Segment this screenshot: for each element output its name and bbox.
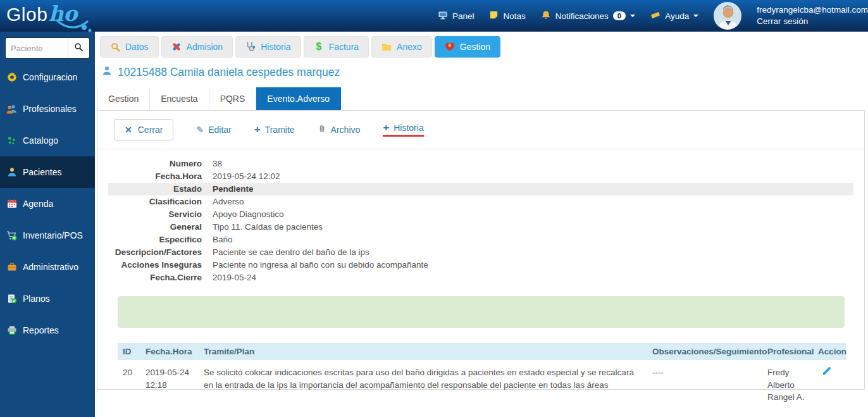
sidebar-item-label: Configuracion [23, 72, 77, 82]
subtab-gestion[interactable]: Gestion [97, 87, 150, 110]
user-avatar[interactable] [714, 2, 741, 30]
subtab-encuesta[interactable]: Encuesta [150, 87, 209, 110]
navbar-menu: Panel Notas Notificaciones 0 Ayuda fredy… [438, 0, 868, 32]
app-logo[interactable]: Glob ho [6, 1, 77, 26]
evento-adverso-panel: ✕ Cerrar ✎ Editar + Tramite Archivo + Hi… [97, 110, 865, 390]
cell-fecha-hora: 2019-05-24 12:18 [140, 360, 199, 410]
detail-label: Descripcion/Factores [108, 246, 213, 259]
nav-item-panel[interactable]: Panel [438, 10, 474, 22]
sidebar-item-agenda[interactable]: Agenda [0, 188, 95, 220]
module-tabs: Datos Admision Historia $ Factura Anexo … [95, 32, 868, 58]
edit-row-button[interactable] [822, 366, 831, 380]
detail-label: Servicio [108, 208, 213, 221]
tab-admision[interactable]: Admision [161, 36, 233, 58]
sidebar-item-label: Agenda [23, 199, 53, 209]
tab-label: Historia [261, 42, 290, 52]
sidebar-item-label: Reportes [23, 325, 59, 335]
sidebar-item-administrativo[interactable]: Administrativo [0, 251, 95, 283]
search-icon [110, 42, 120, 52]
document-check-icon [6, 294, 17, 304]
logo-text: Glob [6, 4, 47, 25]
detail-label: Especifico [108, 233, 213, 246]
people-icon [6, 104, 17, 115]
column-header-id: ID [118, 343, 140, 360]
close-icon: ✕ [125, 125, 132, 135]
search-button[interactable] [68, 38, 89, 58]
detail-row: Numero 38 [108, 158, 853, 170]
person-icon [102, 66, 112, 79]
detail-value: 38 [213, 158, 222, 170]
detail-value: 2019-05-24 [213, 271, 256, 284]
nav-item-ayuda[interactable]: Ayuda [650, 10, 698, 22]
nav-item-notificaciones[interactable]: Notificaciones 0 [541, 10, 635, 22]
detail-label: Numero [108, 158, 213, 170]
subtab-evento-adverso[interactable]: Evento.Adverso [256, 87, 341, 110]
tramite-link[interactable]: + Tramite [254, 125, 295, 135]
sidebar-item-label: Catalogo [23, 135, 58, 146]
archivo-link[interactable]: Archivo [318, 124, 361, 135]
detail-label: Clasificacion [108, 196, 213, 208]
patient-title-text: 10215488 Camila daniela cespedes marquez [118, 66, 340, 79]
folder-icon [381, 42, 392, 52]
chevron-down-icon [630, 15, 635, 17]
tab-label: Factura [329, 42, 359, 52]
nav-item-notas[interactable]: Notas [489, 10, 525, 22]
sidebar-item-label: Profesionales [23, 104, 77, 114]
success-alert [118, 296, 845, 328]
note-icon [489, 10, 499, 22]
sidebar-item-reportes[interactable]: Reportes [0, 314, 95, 346]
notification-bell-icon [541, 10, 551, 22]
detail-row: Descripcion/Factores Paciente se cae den… [108, 246, 853, 259]
cerrar-button[interactable]: ✕ Cerrar [114, 119, 173, 140]
main-content: Datos Admision Historia $ Factura Anexo … [95, 32, 868, 417]
sidebar: Configuracion Profesionales Catalogo Pac… [0, 32, 95, 417]
historia-link[interactable]: + Historia [383, 123, 423, 137]
tab-gestion[interactable]: Gestion [435, 36, 500, 58]
gestion-subtabs: Gestion Encuesta PQRS Evento.Adverso [97, 87, 868, 110]
nav-label: Notas [503, 11, 525, 21]
tab-label: Anexo [397, 42, 422, 52]
tab-label: Gestion [460, 42, 490, 52]
nav-label: Ayuda [665, 11, 689, 21]
detail-label: Acciones Inseguras [108, 259, 213, 271]
user-email: fredyrangelcba@hotmail.com [757, 4, 868, 16]
sidebar-item-label: Pacientes [23, 167, 61, 177]
sidebar-item-planos[interactable]: Planos [0, 283, 95, 314]
tab-datos[interactable]: Datos [100, 36, 159, 58]
sidebar-item-inventario-pos[interactable]: Inventario/POS [0, 220, 95, 251]
editar-link[interactable]: ✎ Editar [196, 125, 231, 135]
action-bar: ✕ Cerrar ✎ Editar + Tramite Archivo + Hi… [97, 111, 864, 149]
action-label: Cerrar [138, 125, 163, 135]
sidebar-item-profesionales[interactable]: Profesionales [0, 93, 95, 125]
logo-swoosh-icon [56, 18, 95, 35]
tab-label: Datos [125, 42, 149, 52]
table-header-row: ID Fecha.Hora Tramite/Plan Observaciones… [118, 343, 846, 360]
gear-icon [6, 72, 17, 83]
detail-value: 2019-05-24 12:02 [213, 170, 280, 183]
detail-value: Apoyo Diagnostico [213, 208, 284, 221]
detail-row: General Tipo 11. Caídas de pacientes [108, 221, 853, 233]
detail-value: Adverso [213, 196, 244, 208]
logout-link[interactable]: Cerrar sesión [757, 16, 868, 27]
event-details: Numero 38 Fecha.Hora 2019-05-24 12:02 Es… [97, 158, 864, 284]
sidebar-item-configuracion[interactable]: Configuracion [0, 61, 95, 93]
briefcase-icon [6, 262, 17, 273]
detail-value: Paciente se cae dentro del baño de la ip… [213, 246, 369, 259]
tab-factura[interactable]: $ Factura [304, 36, 369, 58]
heart-badge-icon [445, 42, 455, 52]
patient-search-input[interactable] [6, 38, 68, 58]
subtab-pqrs[interactable]: PQRS [209, 87, 257, 110]
tab-label: Admision [187, 42, 223, 52]
detail-value: Paciente no ingresa al baño con su debid… [213, 259, 428, 271]
ticket-icon [650, 10, 660, 22]
tab-anexo[interactable]: Anexo [371, 36, 432, 58]
history-table: ID Fecha.Hora Tramite/Plan Observaciones… [118, 343, 846, 410]
detail-row: Clasificacion Adverso [108, 196, 853, 208]
sidebar-item-pacientes[interactable]: Pacientes [0, 156, 95, 188]
detail-row-estado: Estado Pendiente [108, 183, 853, 196]
table-row: 20 2019-05-24 12:18 Se solicitó colocar … [118, 360, 846, 410]
cell-profesional: Fredy Alberto Rangel A. [762, 360, 813, 410]
sidebar-item-catalogo[interactable]: Catalogo [0, 125, 95, 156]
tab-historia[interactable]: Historia [235, 36, 301, 58]
detail-row: Fecha.Hora 2019-05-24 12:02 [108, 170, 853, 183]
